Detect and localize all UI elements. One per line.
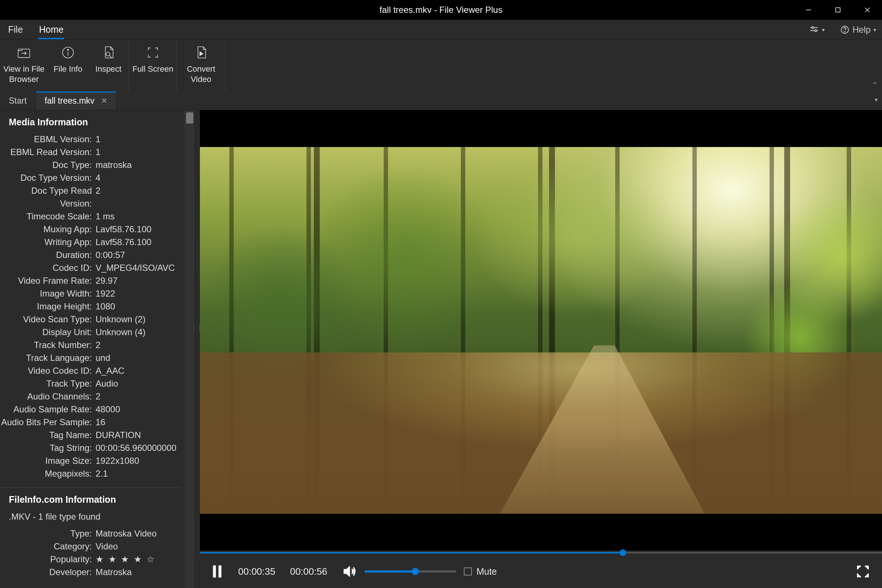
volume-slider[interactable]: [364, 570, 456, 573]
info-value: 1: [92, 146, 100, 158]
menu-file[interactable]: File: [0, 20, 31, 39]
volume-button[interactable]: [342, 564, 357, 579]
info-row: Duration:0:00:57: [0, 248, 181, 261]
svg-point-7: [815, 29, 817, 31]
info-value: 48000: [92, 403, 120, 416]
ribbon-label: Convert Video: [187, 64, 215, 84]
maximize-button[interactable]: [823, 0, 853, 20]
minimize-icon: [805, 6, 812, 14]
info-value: Audio: [92, 377, 118, 390]
file-info-button[interactable]: File Info: [48, 40, 88, 91]
ribbon-collapse-button[interactable]: ⌃: [872, 81, 878, 89]
svg-line-15: [110, 56, 112, 58]
info-value: Lavf58.76.100: [92, 236, 152, 248]
svg-point-14: [106, 52, 110, 56]
convert-video-button[interactable]: Convert Video: [177, 40, 225, 91]
info-value: 2: [92, 339, 100, 351]
info-row: Track Language:und: [0, 351, 181, 364]
progress-bar[interactable]: [200, 550, 882, 555]
info-row: EBML Read Version:1: [0, 146, 181, 158]
info-key: Doc Type Version:: [0, 171, 92, 184]
info-key: Image Size:: [0, 454, 92, 467]
menu-home[interactable]: Home: [31, 20, 72, 39]
svg-point-9: [844, 31, 845, 32]
info-row: Tag String:00:00:56.960000000: [0, 441, 181, 454]
settings-button[interactable]: ▾: [807, 25, 827, 35]
info-key: Timecode Scale:: [0, 210, 92, 223]
info-value: 29.97: [92, 274, 118, 287]
pause-button[interactable]: [211, 564, 224, 579]
tab-start[interactable]: Start: [0, 92, 36, 110]
info-key: Writing App:: [0, 236, 92, 248]
info-row: Track Type:Audio: [0, 377, 181, 390]
menubar: File Home ▾ Help ▾: [0, 20, 882, 40]
mute-checkbox[interactable]: [464, 567, 472, 576]
info-value: 0:00:57: [92, 248, 125, 261]
info-value: ★ ★ ★ ★ ☆: [92, 553, 156, 566]
main: Media Information EBML Version:1EBML Rea…: [0, 110, 882, 588]
tab-close-icon[interactable]: ✕: [101, 96, 107, 105]
info-value: 2: [92, 390, 100, 403]
info-row: Audio Sample Rate:48000: [0, 403, 181, 416]
view-in-file-browser-button[interactable]: View in File Browser: [0, 40, 48, 91]
info-value: DURATION: [92, 429, 141, 441]
close-icon: [864, 6, 871, 14]
info-key: Developer:: [0, 566, 92, 579]
info-key: Doc Type Read Version:: [0, 184, 92, 210]
info-value: Matroska Video: [92, 527, 156, 540]
info-value: matroska: [92, 158, 132, 171]
info-key: Category:: [0, 540, 92, 553]
scroll-thumb[interactable]: [186, 112, 193, 123]
fileinfo-subtitle: .MKV - 1 file type found: [0, 510, 181, 527]
info-value: V_MPEG4/ISO/AVC: [92, 261, 175, 274]
info-row: Video Scan Type:Unknown (2): [0, 313, 181, 326]
info-value: 16: [92, 416, 105, 429]
fullscreen-icon: [145, 45, 160, 60]
info-row: Developer:Matroska: [0, 566, 181, 579]
help-icon: [840, 25, 850, 34]
info-key: Megapixels:: [0, 467, 92, 480]
info-row: Display Unit:Unknown (4): [0, 326, 181, 339]
info-key: EBML Read Version:: [0, 146, 92, 158]
sliders-icon: [809, 25, 819, 35]
expand-icon: [855, 563, 871, 579]
info-row: Category:Video: [0, 540, 181, 553]
tab-file[interactable]: fall trees.mkv ✕: [36, 92, 117, 110]
info-key: Doc Type:: [0, 158, 92, 171]
info-value: 4: [92, 171, 100, 184]
info-key: Video Codec ID:: [0, 364, 92, 377]
svg-rect-16: [213, 566, 216, 578]
info-key: Track Language:: [0, 351, 92, 364]
info-value: Matroska: [92, 566, 132, 579]
full-screen-button[interactable]: Full Screen: [129, 40, 177, 91]
info-icon: [60, 45, 76, 60]
info-key: Video Scan Type:: [0, 313, 92, 326]
info-row: Type:Matroska Video: [0, 527, 181, 540]
panel-scrollbar[interactable]: ▴: [184, 110, 195, 588]
info-key: Tag Name:: [0, 429, 92, 441]
svg-point-13: [67, 49, 68, 50]
inspect-button[interactable]: Inspect: [88, 40, 129, 91]
window-title: fall trees.mkv - File Viewer Plus: [380, 5, 502, 15]
help-button[interactable]: Help ▾: [838, 25, 878, 35]
info-value: Video: [92, 540, 118, 553]
info-row: Popularity:★ ★ ★ ★ ☆: [0, 553, 181, 566]
info-value: und: [92, 351, 110, 364]
video-frame[interactable]: [200, 110, 882, 550]
info-key: Popularity:: [0, 553, 92, 566]
info-row: Image Height:1080: [0, 300, 181, 313]
media-info-heading: Media Information: [0, 110, 181, 133]
splitter-handle[interactable]: [195, 110, 200, 588]
info-key: Codec ID:: [0, 261, 92, 274]
fullscreen-toggle-button[interactable]: [855, 563, 871, 579]
help-label: Help: [853, 25, 871, 35]
info-key: Image Width:: [0, 287, 92, 300]
info-value: Lavf58.76.100: [92, 223, 152, 236]
close-button[interactable]: [853, 0, 882, 20]
info-value: A_AAC: [92, 364, 124, 377]
tab-overflow-button[interactable]: ▾: [874, 96, 878, 103]
svg-point-5: [812, 27, 814, 28]
info-row: Doc Type Version:4: [0, 171, 181, 184]
pause-icon: [211, 564, 224, 579]
minimize-button[interactable]: [794, 0, 823, 20]
